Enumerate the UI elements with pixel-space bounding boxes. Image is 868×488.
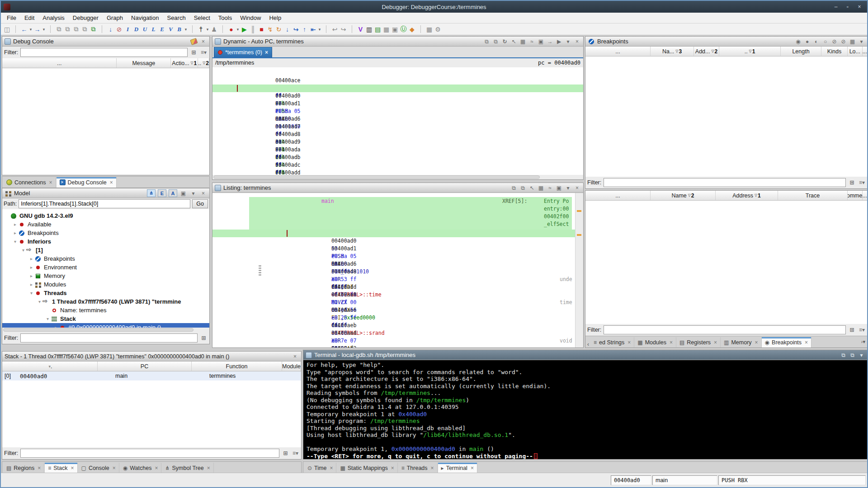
go-button[interactable]: Go	[192, 199, 208, 208]
clear-code-icon[interactable]: ⊘	[115, 25, 123, 34]
record-menu-icon[interactable]: ▾	[236, 25, 240, 34]
tree-item[interactable]: ▸ Breakpoints	[2, 229, 209, 237]
breakpoints-filter-input[interactable]	[604, 178, 846, 187]
close-icon[interactable]: ×	[265, 49, 268, 56]
expander-icon[interactable]: ▾	[37, 299, 42, 304]
terminal-output[interactable]: For help, type "help".Type "apropos word…	[303, 360, 868, 459]
menu-item[interactable]: Analysis	[38, 14, 68, 22]
disassembly-row[interactable]: 00400ad0 53 PUSH RBX	[212, 84, 583, 92]
close-icon[interactable]: ×	[199, 189, 207, 197]
expander-icon[interactable]: ▸	[12, 222, 18, 227]
listing-row[interactable]: 00400af2 e8 e9 fe CALL <EXTERNAL>::inits…	[212, 337, 583, 345]
disassembly-row[interactable]: 00400acf ff ?? FFh	[212, 77, 583, 84]
disassembly-row[interactable]: 00400ada ff ?? FFh	[212, 138, 583, 146]
expander-icon[interactable]: ▸	[28, 282, 34, 287]
listing-row[interactable]: 00 ed 5e	[212, 291, 583, 299]
expander-icon[interactable]: ▸	[28, 256, 34, 261]
column-header[interactable]: ..∇1	[719, 47, 781, 56]
locations-filter-input[interactable]	[604, 325, 846, 334]
column-header[interactable]: ...	[585, 191, 651, 200]
run-icon[interactable]: ▶	[555, 38, 563, 45]
stack-frame-row[interactable]: [0] 00400ad0 main termmines	[2, 371, 301, 380]
ed Strings[interactable]: ≡ed Strings	[590, 337, 634, 347]
expander-icon[interactable]: ▾	[20, 248, 26, 253]
edit-table-icon[interactable]: ▦	[519, 38, 527, 45]
clear-console-icon[interactable]	[190, 38, 198, 45]
cursor-mode-icon[interactable]: ↖	[528, 184, 536, 192]
trace-tab-termmines[interactable]: *termmines (0) ×	[214, 47, 272, 57]
disassembly-row[interactable]: 00400ad9 53 ?? 53h S	[212, 131, 583, 138]
snapshot-icon[interactable]: ▣	[555, 184, 563, 192]
regex-icon[interactable]: ⊞	[282, 450, 289, 457]
listing-row[interactable]: 00400ae0 81 cf 00 OR EDI,0x5eed0000	[212, 283, 583, 291]
data-type-i-icon[interactable]: I	[123, 25, 132, 34]
column-header[interactable]: Function	[192, 361, 282, 371]
filter-options-icon[interactable]: ≡▾	[858, 179, 866, 187]
disassembly-row[interactable]: 00400ad7 ff ?? FFh	[212, 115, 583, 123]
menu-icon[interactable]: ▾	[858, 38, 865, 45]
column-header[interactable]: Address∇1	[716, 191, 778, 200]
minimize-icon[interactable]: –	[831, 3, 841, 11]
menu-item[interactable]: Tools	[214, 14, 236, 22]
paste-icon[interactable]: ⧉	[492, 38, 500, 45]
interrupt-icon[interactable]: ║	[249, 25, 257, 34]
menu-item[interactable]: Debugger	[69, 14, 103, 22]
enable-all-breakpoints-icon[interactable]: ◉	[794, 38, 802, 45]
stack-titlebar[interactable]: Stack - 1 Thread 0x7ffff7f56740 (LWP 387…	[2, 352, 301, 361]
column-header[interactable]: ..∇2	[198, 58, 209, 68]
debug-launch-menu-icon[interactable]: ▾	[205, 25, 210, 34]
column-header[interactable]: Actio...∇1	[171, 58, 198, 68]
column-header[interactable]: Trace	[778, 191, 848, 200]
paste-icon[interactable]: ⧉	[519, 184, 527, 192]
column-header[interactable]: Lo...	[848, 47, 863, 56]
function-header-block[interactable]: main XREF[5]: Entry Po entry:00 00402f00…	[249, 197, 572, 230]
Modules[interactable]: ▦Modules	[634, 337, 676, 347]
column-header[interactable]: Message	[117, 58, 171, 68]
make-ineffective-icon[interactable]: ⊘	[830, 38, 838, 45]
listing-row[interactable]: 00 00	[212, 245, 583, 253]
close-icon[interactable]: ×	[199, 38, 207, 45]
data-type-menu-icon[interactable]: ▾	[184, 25, 188, 34]
column-header[interactable]: PC	[98, 361, 192, 371]
refresh-icon[interactable]: ↻	[501, 38, 509, 45]
xref-entry[interactable]: entry:00	[544, 205, 569, 213]
nav-forward-icon[interactable]: →	[33, 25, 42, 34]
paste-icon[interactable]: ⧉	[849, 351, 856, 359]
regex-icon[interactable]: ⊞	[190, 49, 198, 56]
menu-item[interactable]: Graph	[103, 14, 127, 22]
union-icon[interactable]: Ⓤ	[399, 25, 408, 34]
listing-row[interactable]: 00400ae6 e8 25 ff CALL <EXTERNAL>::srand…	[212, 299, 583, 306]
Console[interactable]: ▢Console	[78, 463, 119, 473]
disassemble-icon[interactable]: ↓	[106, 25, 115, 34]
menu-item[interactable]: Select	[190, 14, 214, 22]
filter-options-icon[interactable]: ≡▾	[858, 326, 866, 334]
tree-item[interactable]: ▸ Modules	[2, 280, 209, 289]
model-titlebar[interactable]: Model ⋔ E A ▣ ▾ ×	[2, 188, 209, 198]
tree-item[interactable]: ▾ 1 Thread 0x7ffff7f56740 (LWP 3871) "te…	[2, 297, 209, 306]
chart-icon[interactable]: ≈	[528, 38, 536, 45]
tree-item[interactable]: ▸ Environment	[2, 263, 209, 272]
data-type-e-icon[interactable]: E	[158, 25, 166, 34]
debug-console-filter-input[interactable]	[20, 48, 188, 57]
Time[interactable]: ⊙Time	[304, 463, 336, 473]
regex-icon[interactable]: ⊞	[200, 334, 208, 342]
elements-toggle[interactable]: E	[158, 189, 166, 197]
data-type-d-icon[interactable]: D	[132, 25, 141, 34]
table-icon[interactable]: ▦	[849, 38, 856, 45]
menu-item[interactable]: Navigation	[127, 14, 163, 22]
disconnect-icon[interactable]: ↯	[266, 25, 274, 34]
close-icon[interactable]: ×	[573, 38, 581, 45]
listing-row[interactable]: 00400ad6 31 ff XOR EDI,EDI	[212, 253, 583, 260]
cut-icon[interactable]: ⧉	[72, 25, 80, 34]
kill-icon[interactable]: ■	[257, 25, 266, 34]
listing-row[interactable]: 00400ad8 e8 53 ff CALL <EXTERNAL>::time …	[212, 260, 583, 268]
Threads[interactable]: ≡Threads	[398, 463, 438, 473]
copy-icon[interactable]: ⧉	[55, 25, 63, 34]
column-header[interactable]: Length	[781, 47, 821, 56]
tree-item[interactable]: ▸ #0 0x0000000000400ad0 in main ()	[2, 323, 209, 328]
disassembly-row[interactable]: 00400ad1 e8 3a 05 CALL 00401010	[212, 92, 583, 100]
listing-row[interactable]: ff ff	[212, 268, 583, 276]
filter-options-icon[interactable]: ≡▾	[292, 450, 299, 457]
edit-table-icon[interactable]: ▦	[537, 184, 545, 192]
disassembly-row[interactable]: 00400add 0f ?? 0Fh	[212, 161, 583, 169]
